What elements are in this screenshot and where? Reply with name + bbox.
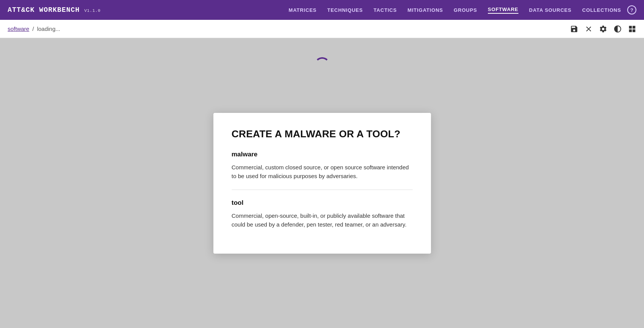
contrast-icon[interactable] [613,25,622,33]
tool-option[interactable]: tool Commercial, open-source, built-in, … [232,199,413,229]
tool-label: tool [232,199,413,207]
nav-mitigations[interactable]: MITIGATIONS [408,7,443,13]
breadcrumb: software / loading... [8,26,60,32]
app-version: v1.1.0 [84,8,101,13]
view-toggle-icon[interactable] [628,25,636,33]
discard-icon[interactable] [584,25,593,33]
malware-label: malware [232,151,413,158]
brand-name: ATT&CK WORKBENCH [8,6,80,14]
nav-tactics[interactable]: TACTICS [374,7,397,13]
nav-collections[interactable]: COLLECTIONS [582,7,621,13]
nav-software[interactable]: SOFTWARE [488,6,518,14]
nav-groups[interactable]: GROUPS [454,7,477,13]
nav-data-sources[interactable]: DATA SOURCES [529,7,571,13]
app-brand: ATT&CK WORKBENCH v1.1.0 [8,6,100,14]
modal-dialog: CREATE A MALWARE OR A TOOL? malware Comm… [213,113,431,254]
save-icon[interactable] [570,25,578,33]
modal-title: CREATE A MALWARE OR A TOOL? [232,128,413,140]
tool-description: Commercial, open-source, built-in, or pu… [232,211,413,229]
main-area: CREATE A MALWARE OR A TOOL? malware Comm… [0,38,644,328]
toolbar-icons [570,25,636,33]
settings-icon[interactable] [599,25,607,33]
breadcrumb-current: loading... [37,26,60,32]
malware-description: Commercial, custom closed source, or ope… [232,163,413,181]
breadcrumb-software-link[interactable]: software [8,26,29,32]
options-divider [232,190,413,190]
breadcrumb-bar: software / loading... [0,20,644,38]
modal-overlay: CREATE A MALWARE OR A TOOL? malware Comm… [0,38,644,328]
malware-option[interactable]: malware Commercial, custom closed source… [232,151,413,181]
breadcrumb-separator: / [32,26,34,32]
help-icon[interactable]: ? [627,5,636,14]
nav-links: MATRICES TECHNIQUES TACTICS MITIGATIONS … [289,6,621,14]
nav-matrices[interactable]: MATRICES [289,7,316,13]
nav-techniques[interactable]: TECHNIQUES [327,7,363,13]
navbar: ATT&CK WORKBENCH v1.1.0 MATRICES TECHNIQ… [0,0,644,20]
